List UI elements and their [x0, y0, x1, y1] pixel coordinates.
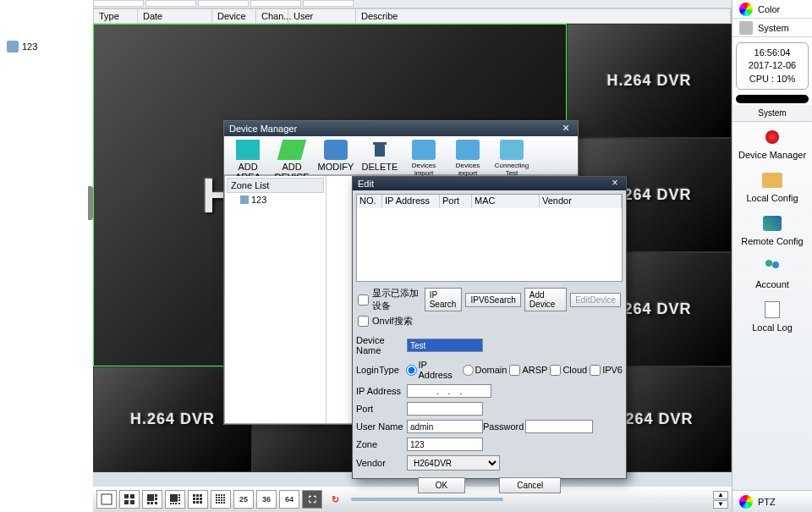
color-button[interactable]: Color: [732, 0, 812, 19]
tools-icon: [760, 213, 784, 234]
svg-rect-3: [124, 500, 129, 504]
svg-rect-29: [218, 494, 220, 496]
test-button[interactable]: Connecting Test: [490, 138, 534, 174]
vendor-label: Vendor: [356, 458, 407, 468]
svg-rect-31: [223, 494, 225, 496]
show-added-checkbox[interactable]: [358, 295, 369, 306]
edit-window: Edit × NO. IP Address Port MAC Vendor 显示…: [352, 176, 627, 479]
view-1[interactable]: [96, 490, 117, 509]
volume-indicator: [736, 95, 809, 103]
export-button[interactable]: Devices export: [446, 138, 490, 174]
tab[interactable]: [303, 0, 354, 7]
clock-cpu: CPU : 10%: [740, 73, 804, 85]
svg-rect-47: [373, 142, 387, 145]
close-icon[interactable]: ×: [559, 123, 573, 135]
svg-rect-4: [130, 500, 134, 504]
view-4[interactable]: [119, 490, 140, 509]
svg-rect-12: [178, 494, 180, 496]
col-device: Device: [212, 9, 256, 23]
dm-label: Device Manager: [734, 150, 810, 160]
login-domain-radio[interactable]: [463, 365, 474, 376]
ip-address-input[interactable]: [407, 384, 491, 398]
svg-rect-2: [130, 494, 134, 498]
ptz-icon: [739, 495, 753, 509]
tab[interactable]: [250, 0, 301, 7]
delete-button[interactable]: DELETE: [358, 138, 402, 174]
svg-rect-10: [155, 502, 157, 504]
volume-slider[interactable]: [351, 498, 503, 501]
svg-rect-1: [124, 494, 129, 498]
svg-rect-40: [216, 502, 217, 504]
page-up-button[interactable]: ▲: [713, 491, 728, 499]
view-16[interactable]: [211, 490, 231, 509]
ptz-button[interactable]: PTZ: [732, 490, 812, 512]
svg-rect-14: [178, 499, 180, 501]
edit-title-text: Edit: [358, 179, 374, 189]
device-tree-panel: 123: [0, 0, 93, 512]
video-cell[interactable]: H.264 DVR: [567, 24, 732, 138]
modify-button[interactable]: MODIFY: [314, 138, 358, 174]
view-6[interactable]: [142, 490, 162, 509]
svg-rect-30: [221, 494, 222, 496]
logintype-label: LoginType: [356, 365, 403, 375]
view-8[interactable]: [165, 490, 185, 509]
onvif-checkbox[interactable]: [358, 316, 369, 327]
view-64[interactable]: 64: [279, 490, 299, 509]
svg-rect-11: [170, 494, 178, 502]
login-ipv6-check[interactable]: [590, 365, 601, 376]
tab[interactable]: [198, 0, 249, 7]
zone-item-label: 123: [251, 195, 266, 205]
port-input[interactable]: [407, 402, 483, 416]
account-button[interactable]: Account: [732, 251, 812, 295]
view-36[interactable]: 36: [256, 490, 277, 509]
device-icon: [7, 41, 19, 52]
svg-rect-13: [178, 497, 180, 498]
local-log-button[interactable]: Local Log: [732, 295, 812, 338]
add-area-button[interactable]: ADD AREA: [226, 138, 270, 174]
tab[interactable]: [93, 0, 144, 7]
system-icon: [739, 21, 753, 35]
login-ip-radio[interactable]: [406, 365, 417, 376]
ok-button[interactable]: OK: [418, 477, 465, 493]
zone-input[interactable]: [407, 438, 483, 451]
login-arsp-check[interactable]: [509, 365, 520, 376]
username-input[interactable]: [407, 420, 483, 433]
password-label: Password: [483, 421, 520, 432]
device-name-input[interactable]: [407, 339, 483, 352]
svg-rect-33: [218, 497, 220, 498]
ip-search-button[interactable]: IP Search: [425, 288, 463, 311]
tree-node[interactable]: 123: [5, 39, 88, 54]
view-25[interactable]: 25: [233, 490, 254, 509]
system-button[interactable]: System: [732, 19, 812, 37]
col-chan: Chan...: [256, 9, 288, 23]
add-device-button[interactable]: ADD DEVICE: [270, 138, 314, 174]
fullscreen-button[interactable]: ⛶: [302, 490, 322, 509]
svg-rect-20: [196, 494, 199, 497]
zone-item[interactable]: 123: [227, 193, 324, 206]
devname-label: Device Name: [356, 335, 407, 355]
vendor-select[interactable]: H264DVR: [407, 455, 500, 471]
svg-rect-23: [196, 498, 199, 500]
view-9[interactable]: [188, 490, 208, 509]
edit-device-button[interactable]: EditDevice: [570, 293, 621, 307]
svg-rect-39: [223, 499, 225, 501]
cancel-button[interactable]: Cancel: [499, 477, 561, 493]
tab[interactable]: [145, 0, 196, 7]
login-cloud-check[interactable]: [550, 365, 561, 376]
cycle-button[interactable]: ↻: [325, 490, 345, 509]
svg-rect-8: [147, 502, 150, 504]
add-device-button[interactable]: Add Device: [524, 288, 567, 311]
svg-rect-17: [175, 503, 177, 504]
remote-config-button[interactable]: Remote Config: [732, 208, 812, 251]
dm-titlebar[interactable]: Device Manager ×: [224, 121, 578, 136]
password-input[interactable]: [525, 420, 593, 433]
page-down-button[interactable]: ▼: [713, 500, 728, 509]
local-config-button[interactable]: Local Config: [732, 165, 812, 208]
close-icon[interactable]: ×: [609, 179, 621, 189]
edit-titlebar[interactable]: Edit ×: [353, 177, 626, 190]
svg-rect-16: [173, 503, 174, 504]
ipv6-search-button[interactable]: IPV6Search: [465, 293, 520, 307]
svg-rect-22: [193, 498, 195, 500]
device-manager-button[interactable]: Device Manager: [732, 122, 812, 165]
import-button[interactable]: Devices import: [402, 138, 446, 174]
